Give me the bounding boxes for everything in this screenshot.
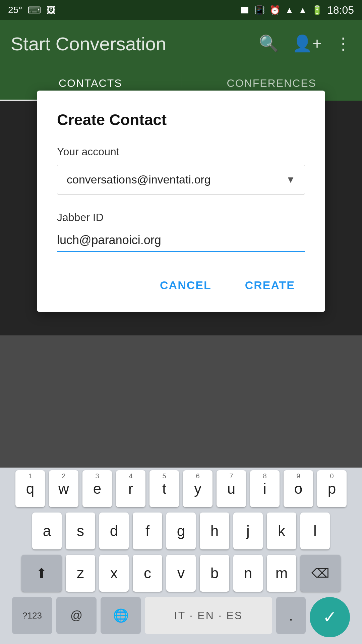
more-options-icon[interactable]: ⋮ [335, 34, 351, 53]
keyboard-icon: ⌨ [27, 5, 41, 16]
app-title: Start Conversation [11, 33, 259, 55]
keyboard-row-4: ?123 @ 🌐 IT · EN · ES . ✓ [0, 594, 362, 644]
account-value: conversations@inventati.org [67, 173, 211, 186]
key-c[interactable]: c [133, 555, 162, 592]
dialog-actions: CANCEL CREATE [57, 272, 305, 299]
key-g[interactable]: g [166, 513, 196, 549]
battery-icon: 🔋 [312, 5, 322, 15]
vibrate-icon: 📳 [254, 5, 265, 15]
key-v[interactable]: v [166, 555, 196, 592]
key-p[interactable]: 0p [317, 470, 347, 507]
key-e[interactable]: 3e [82, 470, 112, 507]
key-j[interactable]: j [233, 513, 263, 549]
add-contact-icon[interactable]: 👤+️ [292, 34, 322, 53]
dialog-title: Create Contact [57, 111, 305, 129]
key-y[interactable]: 6y [183, 470, 213, 507]
key-q[interactable]: 1q [15, 470, 45, 507]
status-left: 25° ⌨ 🖼 [8, 5, 56, 16]
status-bar: 25° ⌨ 🖼 ⯀ 📳 ⏰ ▲ ▲ 🔋 18:05 [0, 0, 362, 20]
create-contact-dialog: Create Contact Your account conversation… [37, 91, 325, 312]
chevron-down-icon: ▼ [286, 174, 295, 185]
key-z[interactable]: z [66, 555, 95, 592]
key-w[interactable]: 2w [49, 470, 78, 507]
account-label: Your account [57, 146, 305, 158]
keyboard: 1q 2w 3e 4r 5t 6y 7u 8i 9o 0p a s d f g … [0, 468, 362, 644]
key-m[interactable]: m [267, 555, 296, 592]
jabber-input-wrapper [57, 229, 305, 252]
globe-icon[interactable]: 🌐 [101, 597, 141, 634]
key-b[interactable]: b [200, 555, 229, 592]
signal-icon: ▲ [298, 5, 307, 15]
delete-key[interactable]: ⌫ [300, 555, 341, 592]
key-s[interactable]: s [66, 513, 95, 549]
app-bar-actions: 🔍 👤+️ ⋮ [259, 34, 351, 53]
key-i[interactable]: 8i [250, 470, 280, 507]
key-t[interactable]: 5t [149, 470, 179, 507]
bluetooth-icon: ⯀ [240, 5, 249, 16]
shift-key[interactable]: ⬆ [21, 555, 62, 592]
alarm-icon: ⏰ [269, 5, 280, 15]
key-r[interactable]: 4r [116, 470, 145, 507]
key-h[interactable]: h [200, 513, 229, 549]
keyboard-row-1: 1q 2w 3e 4r 5t 6y 7u 8i 9o 0p [0, 468, 362, 510]
key-d[interactable]: d [99, 513, 129, 549]
search-icon[interactable]: 🔍 [259, 34, 279, 53]
jabber-input[interactable] [57, 229, 305, 251]
key-a[interactable]: a [32, 513, 62, 549]
key-x[interactable]: x [99, 555, 129, 592]
key-f[interactable]: f [133, 513, 162, 549]
key-u[interactable]: 7u [217, 470, 246, 507]
enter-key[interactable]: ✓ [310, 597, 350, 637]
key-n[interactable]: n [233, 555, 263, 592]
jabber-label: Jabber ID [57, 211, 305, 224]
temperature: 25° [8, 5, 22, 15]
account-dropdown[interactable]: conversations@inventati.org ▼ [57, 165, 305, 195]
overlay: Create Contact Your account conversation… [0, 101, 362, 335]
key-k[interactable]: k [267, 513, 296, 549]
wifi-icon: ▲ [285, 5, 294, 15]
status-right: ⯀ 📳 ⏰ ▲ ▲ 🔋 18:05 [240, 4, 354, 16]
at-key[interactable]: @ [56, 597, 97, 634]
symbols-key[interactable]: ?123 [12, 597, 52, 634]
keyboard-row-3: ⬆ z x c v b n m ⌫ [0, 552, 362, 594]
keyboard-row-2: a s d f g h j k l [0, 510, 362, 552]
image-icon: 🖼 [46, 5, 56, 16]
cancel-button[interactable]: CANCEL [150, 272, 222, 299]
period-key[interactable]: . [276, 597, 306, 634]
clock: 18:05 [327, 4, 354, 16]
create-button[interactable]: CREATE [235, 272, 305, 299]
key-o[interactable]: 9o [284, 470, 313, 507]
app-bar: Start Conversation 🔍 👤+️ ⋮ [0, 20, 362, 67]
key-l[interactable]: l [300, 513, 330, 549]
space-key[interactable]: IT · EN · ES [145, 597, 272, 634]
